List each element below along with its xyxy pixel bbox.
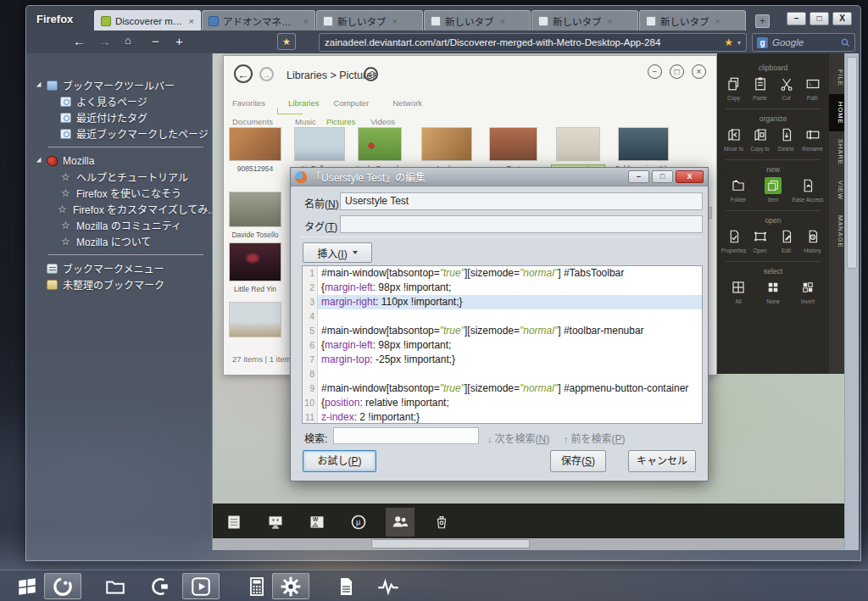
sidebar-item-star[interactable]: ☆Firefox をカスタマイズしてみ... (26, 201, 212, 217)
dock-utorrent-icon[interactable]: μ (344, 508, 373, 537)
taskbar-firefox-icon[interactable] (44, 573, 81, 599)
code-line[interactable]: {position: relative !important; (318, 396, 702, 410)
ribbon-item-delete[interactable]: Delete (773, 126, 799, 152)
explorer-nav-pictures[interactable]: Pictures (326, 117, 355, 126)
taskbar-connect-icon[interactable] (141, 573, 178, 599)
twisty-icon[interactable] (36, 157, 43, 164)
tab-close-icon[interactable]: × (500, 16, 505, 26)
taskbar-windows-start-icon[interactable] (8, 573, 46, 599)
cancel-button[interactable]: キャンセル (628, 450, 696, 472)
zoom-out-button[interactable]: − (152, 34, 159, 48)
code-line[interactable]: margin-right: 110px !important;} (318, 295, 702, 309)
taskbar-document-icon[interactable] (327, 573, 364, 599)
ribbon-item-history[interactable]: History (799, 228, 826, 253)
code-line[interactable]: margin-top: -25px !important;} (318, 353, 702, 367)
explorer-nav-favorites[interactable]: Favorites (232, 98, 265, 108)
bookmark-star-icon[interactable]: ★ (724, 36, 733, 48)
find-field[interactable] (333, 427, 479, 444)
sidebar-item-star[interactable]: ☆Mozilla のコミュニティ (26, 217, 212, 233)
code-area[interactable]: #main-window[tabsontop="true"][sizemode=… (318, 266, 702, 423)
ribbon-item-move-to[interactable]: Move to (721, 126, 747, 152)
dialog-minimize-button[interactable]: – (628, 170, 649, 183)
twisty-icon[interactable] (36, 81, 43, 88)
ribbon-tab-share[interactable]: SHARE (829, 131, 844, 173)
browser-tab[interactable]: 新しいタブ× (316, 10, 423, 31)
ribbon-tab-home[interactable]: HOME (829, 94, 844, 132)
explorer-nav-libraries[interactable]: Libraries (288, 98, 319, 108)
ribbon-item-copy[interactable]: Copy (721, 75, 747, 101)
ribbon-item-properties[interactable]: Properties (721, 228, 747, 253)
code-line[interactable]: #main-window[tabsontop="true"][sizemode=… (318, 381, 702, 396)
thumbnail-image[interactable] (229, 242, 281, 281)
dock-word-image-icon[interactable]: W (303, 508, 331, 537)
new-tab-button[interactable]: + (755, 14, 770, 28)
ribbon-item-cut[interactable]: Cut (773, 75, 799, 101)
preview-button[interactable]: お試し(P) (303, 450, 376, 472)
browser-tab[interactable]: 新しいタブ× (531, 10, 638, 31)
sidebar-item-star[interactable]: ☆Mozilla について (26, 233, 212, 249)
ribbon-item-none[interactable]: None (756, 279, 791, 304)
thumbnail-image[interactable] (358, 127, 402, 161)
ribbon-tab-file[interactable]: FILE (829, 62, 844, 94)
save-button[interactable]: 保存(S) (550, 450, 606, 472)
bookmarks-sidebar-toggle[interactable]: ★ (277, 33, 296, 50)
ribbon-item-folder[interactable]: Folder (721, 177, 756, 203)
explorer-nav-videos[interactable]: Videos (370, 117, 395, 126)
firefox-app-button[interactable]: Firefox (36, 13, 73, 25)
window-maximize-button[interactable]: □ (810, 12, 829, 25)
browser-tab[interactable]: Discoverer mer...× (94, 10, 201, 31)
taskbar-media-play-icon[interactable] (182, 573, 220, 599)
ribbon-item-rename[interactable]: Rename (799, 126, 826, 152)
ribbon-item-item[interactable]: Item (756, 177, 791, 203)
sidebar-item-unsorted[interactable]: 未整理のブックマーク (26, 276, 212, 292)
dialog-titlebar[interactable]: 「Userstyle Test」の編集 – □ X (291, 168, 708, 186)
name-field[interactable]: Userstyle Test (340, 192, 703, 210)
ribbon-item-all[interactable]: All (721, 279, 756, 304)
zoom-in-button[interactable]: + (175, 34, 183, 48)
tab-close-icon[interactable]: × (715, 16, 721, 26)
code-line[interactable]: z-index: 2 !important;} (318, 410, 702, 424)
ribbon-item-path[interactable]: \..Path (799, 75, 826, 101)
code-line[interactable]: {margin-left: 98px !important; (318, 338, 702, 353)
horizontal-scrollbar[interactable] (213, 538, 844, 550)
taskbar-activity-icon[interactable] (370, 573, 407, 599)
code-line[interactable]: #main-window[tabsontop="true"][sizemode=… (318, 266, 702, 281)
dock-people-icon[interactable] (386, 508, 415, 537)
window-minimize-button[interactable]: – (787, 12, 806, 25)
browser-tab[interactable]: 新しいタブ× (424, 10, 531, 31)
thumbnail-image[interactable] (229, 302, 281, 337)
dialog-maximize-button[interactable]: □ (652, 170, 673, 183)
explorer-maximize-icon[interactable]: □ (670, 64, 684, 79)
explorer-nav-music[interactable]: Music (295, 117, 316, 126)
sidebar-item-query[interactable]: よく見るページ (26, 93, 212, 109)
browser-tab[interactable]: アドオンマネージャ× (202, 10, 315, 31)
explorer-nav-documents[interactable]: Documents (232, 117, 273, 126)
home-button[interactable]: ⌂ (125, 34, 131, 47)
dock-display-icon[interactable] (261, 508, 290, 537)
vertical-scrollbar[interactable] (844, 53, 859, 550)
forward-button[interactable]: → (98, 34, 111, 48)
ribbon-item-invert[interactable]: Invert (791, 279, 826, 304)
thumbnail-image[interactable] (556, 127, 600, 161)
find-prev-link[interactable]: ↑ 前を検索(P) (564, 431, 626, 445)
code-line[interactable] (318, 309, 702, 324)
dialog-close-button[interactable]: X (676, 170, 704, 183)
explorer-nav-network[interactable]: Network (392, 98, 422, 108)
dock-trash-icon[interactable] (427, 508, 456, 537)
search-bar[interactable]: g Google (752, 33, 855, 52)
ribbon-tab-manage[interactable]: MANAGE (829, 208, 844, 256)
search-icon[interactable] (841, 38, 850, 47)
tab-close-icon[interactable]: × (392, 16, 398, 26)
url-bar[interactable]: zainadeel.deviantart.com/art/Discoverer-… (319, 33, 747, 52)
dock-notes-icon[interactable] (220, 508, 248, 537)
sidebar-item-query[interactable]: 最近付けたタグ (26, 109, 212, 125)
vertical-scrollbar-thumb[interactable] (847, 57, 857, 269)
sidebar-item-menu[interactable]: ブックマークメニュー (26, 260, 212, 276)
tab-close-icon[interactable]: × (608, 16, 613, 26)
css-code-editor[interactable]: 1234567891011 #main-window[tabsontop="tr… (302, 265, 703, 424)
thumbnail-image[interactable] (618, 127, 669, 161)
taskbar-settings-gear-icon[interactable] (272, 573, 309, 599)
explorer-close-icon[interactable]: × (692, 64, 706, 79)
code-line[interactable]: #main-window[tabsontop="true"][sizemode=… (318, 324, 702, 338)
ribbon-item-paste[interactable]: Paste (747, 75, 773, 101)
